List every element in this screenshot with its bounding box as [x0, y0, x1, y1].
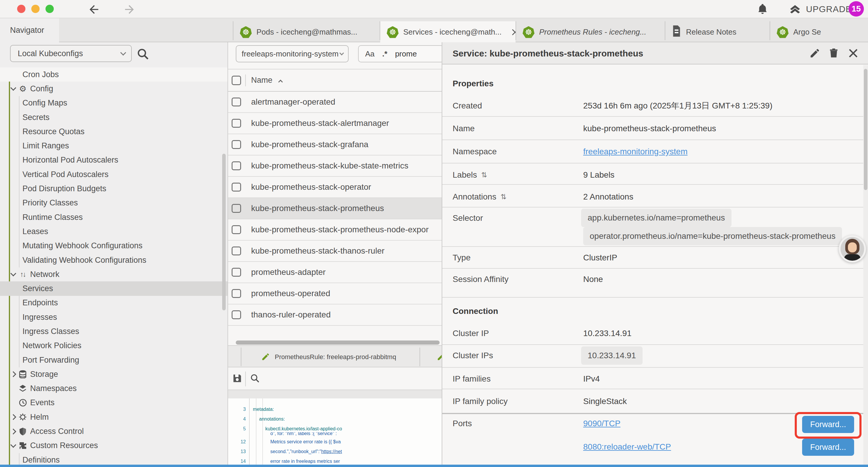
back-arrow-icon[interactable]: [88, 3, 100, 16]
table-row[interactable]: kube-prometheus-stack-operator: [228, 177, 442, 198]
match-case-toggle[interactable]: Aa: [365, 49, 375, 59]
sidebar-item-config-maps[interactable]: Config Maps: [0, 96, 227, 110]
close-icon[interactable]: [848, 48, 859, 59]
table-row[interactable]: kube-prometheus-stack-alertmanager: [228, 113, 442, 134]
sidebar-item-network[interactable]: ↑↓Network: [0, 267, 227, 282]
kubernetes-icon: ☸: [777, 26, 788, 38]
row-checkbox[interactable]: [231, 289, 241, 298]
sidebar-item-vertical-pod-autoscalers[interactable]: Vertical Pod Autoscalers: [0, 167, 227, 181]
row-checkbox[interactable]: [231, 162, 241, 170]
tab-pods[interactable]: ☸ Pods - icecheng@mathmas...: [234, 22, 380, 42]
assistant-avatar[interactable]: [839, 235, 866, 262]
table-row-selected[interactable]: kube-prometheus-stack-prometheus: [228, 198, 442, 219]
sort-icon[interactable]: ⇅: [481, 171, 487, 179]
sidebar-item-port-forwarding[interactable]: Port Forwarding: [0, 353, 227, 367]
window-minimize-button[interactable]: [31, 5, 39, 13]
save-icon[interactable]: [232, 373, 242, 384]
sidebar-item-custom-resources[interactable]: Custom Resources: [0, 439, 227, 453]
upgrade-icon[interactable]: [788, 3, 802, 17]
namespace-selector[interactable]: freeleaps-monitoring-system: [236, 45, 349, 62]
sidebar-item-ingress-classes[interactable]: Ingress Classes: [0, 324, 227, 339]
selector-chip: app.kubernetes.io/name=prometheus: [581, 209, 732, 227]
tab-navigator[interactable]: Navigator: [0, 18, 59, 42]
horizontal-scrollbar[interactable]: [236, 341, 440, 345]
sidebar-scrollbar[interactable]: [222, 154, 226, 310]
sidebar-item-validating-webhook-configurations[interactable]: Validating Webhook Configurations: [0, 253, 227, 267]
bell-icon[interactable]: [756, 3, 769, 17]
window-close-button[interactable]: [17, 5, 25, 13]
port-link[interactable]: 9090/TCP: [583, 419, 620, 428]
row-checkbox[interactable]: [231, 246, 241, 255]
table-row[interactable]: kube-prometheus-stack-thanos-ruler: [228, 241, 442, 262]
close-icon[interactable]: [510, 28, 516, 37]
regex-toggle[interactable]: .*: [382, 49, 387, 59]
filter-input[interactable]: Aa .* prome: [358, 45, 442, 62]
tab-services[interactable]: ☸ Services - icecheng@math...: [380, 21, 516, 43]
edit-pencil-icon[interactable]: [809, 48, 820, 59]
sidebar-item-secrets[interactable]: Secrets: [0, 110, 227, 124]
select-all-checkbox[interactable]: [231, 76, 241, 85]
editor-scroll-band[interactable]: [228, 390, 442, 399]
gear-icon: ⚙: [18, 84, 27, 94]
runbook-url-link[interactable]: https://net: [321, 449, 342, 454]
table-row[interactable]: prometheus-operated: [228, 283, 442, 304]
notification-badge[interactable]: 15: [848, 1, 864, 17]
details-scrollbar-thumb[interactable]: [864, 69, 867, 190]
sidebar-item-storage[interactable]: Storage: [0, 367, 227, 381]
row-checkbox[interactable]: [231, 140, 241, 149]
sidebar-item-network-policies[interactable]: Network Policies: [0, 339, 227, 353]
table-row[interactable]: kube-prometheus-stack-grafana: [228, 134, 442, 155]
search-icon[interactable]: [136, 48, 150, 61]
navigator-sidebar: Local Kubeconfigs Cron Jobs ⚙Config Conf…: [0, 42, 227, 465]
table-row[interactable]: alertmanager-operated: [228, 92, 442, 113]
upgrade-label[interactable]: UPGRADE: [806, 4, 852, 14]
row-checkbox[interactable]: [231, 268, 241, 276]
kubeconfig-selector[interactable]: Local Kubeconfigs: [10, 45, 132, 62]
sidebar-item-runtime-classes[interactable]: Runtime Classes: [0, 210, 227, 224]
sidebar-item-definitions[interactable]: Definitions: [0, 453, 227, 465]
table-row[interactable]: kube-prometheus-stack-prometheus-node-ex…: [228, 219, 442, 241]
name-column-header[interactable]: Name: [251, 76, 272, 85]
search-icon[interactable]: [250, 373, 260, 384]
sort-ascending-icon[interactable]: [278, 80, 283, 84]
sidebar-item-horizontal-pod-autoscalers[interactable]: Horizontal Pod Autoscalers: [0, 153, 227, 167]
tab-prometheus-rules[interactable]: ☸ Prometheus Rules - icecheng...: [516, 22, 665, 42]
sidebar-item-mutating-webhook-configurations[interactable]: Mutating Webhook Configurations: [0, 239, 227, 253]
properties-section-header: Properties: [453, 79, 494, 88]
table-row[interactable]: prometheus-adapter: [228, 262, 442, 283]
trash-icon[interactable]: [828, 48, 839, 59]
sidebar-item-namespaces[interactable]: Namespaces: [0, 382, 227, 396]
editor-tab-bar: PrometheusRule: freeleaps-prod-rabbitmq: [228, 345, 442, 368]
sidebar-item-cron-jobs[interactable]: Cron Jobs: [0, 67, 227, 82]
port-link[interactable]: 8080:reloader-web/TCP: [583, 442, 671, 451]
row-checkbox[interactable]: [231, 119, 241, 128]
sidebar-item-helm[interactable]: Helm: [0, 410, 227, 424]
sidebar-item-ingresses[interactable]: Ingresses: [0, 310, 227, 324]
table-row[interactable]: kube-prometheus-stack-kube-state-metrics: [228, 155, 442, 177]
forward-button[interactable]: Forward...: [802, 439, 854, 456]
sort-icon[interactable]: ⇅: [500, 193, 506, 201]
tab-release-notes[interactable]: Release Notes: [665, 22, 770, 42]
sidebar-item-endpoints[interactable]: Endpoints: [0, 296, 227, 310]
row-checkbox[interactable]: [231, 310, 241, 319]
namespace-link[interactable]: freeleaps-monitoring-system: [583, 147, 687, 156]
sidebar-item-priority-classes[interactable]: Priority Classes: [0, 196, 227, 210]
editor-tab-prometheusrule[interactable]: PrometheusRule: freeleaps-prod-rabbitmq: [275, 346, 396, 368]
sidebar-item-leases[interactable]: Leases: [0, 224, 227, 238]
tab-argo[interactable]: ☸ Argo Se: [770, 22, 868, 42]
forward-arrow-icon[interactable]: [123, 3, 136, 16]
row-checkbox[interactable]: [231, 97, 241, 107]
sidebar-item-events[interactable]: Events: [0, 396, 227, 410]
sidebar-item-access-control[interactable]: Access Control: [0, 424, 227, 438]
code-line: 12 Metrics service error rate is {{ $va: [228, 437, 442, 447]
window-zoom-button[interactable]: [45, 5, 54, 13]
row-checkbox[interactable]: [231, 204, 241, 213]
row-checkbox[interactable]: [231, 183, 241, 192]
sidebar-item-services[interactable]: Services: [0, 282, 227, 296]
table-row[interactable]: thanos-ruler-operated: [228, 304, 442, 326]
sidebar-item-pod-disruption-budgets[interactable]: Pod Disruption Budgets: [0, 181, 227, 196]
sidebar-item-limit-ranges[interactable]: Limit Ranges: [0, 139, 227, 153]
sidebar-item-resource-quotas[interactable]: Resource Quotas: [0, 124, 227, 139]
sidebar-item-config[interactable]: ⚙Config: [0, 82, 227, 96]
row-checkbox[interactable]: [231, 225, 241, 234]
